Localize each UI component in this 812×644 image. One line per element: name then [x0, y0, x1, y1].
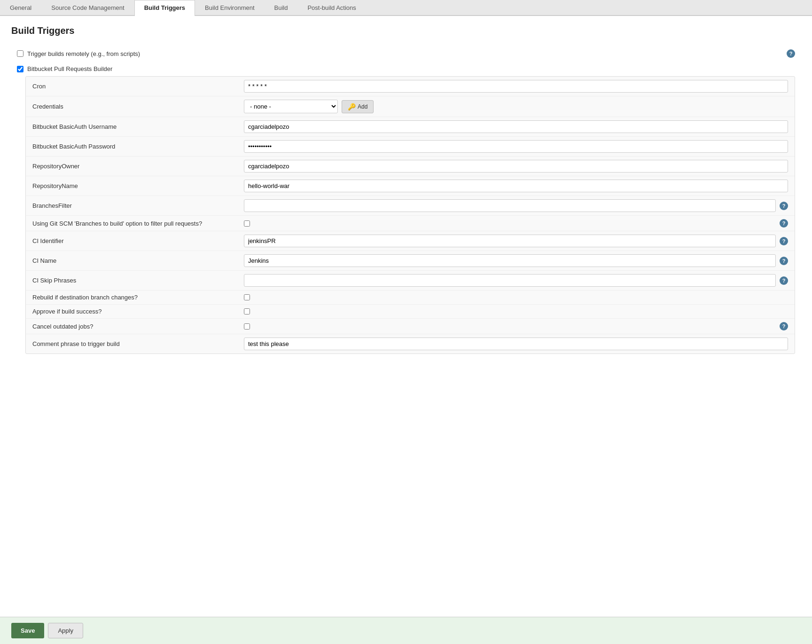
comment-phrase-input[interactable]: [244, 338, 788, 350]
bitbucket-pr-checkbox[interactable]: [17, 66, 23, 72]
username-label: Bitbucket BasicAuth Username: [32, 123, 239, 130]
branches-filter-row: BranchesFilter ?: [26, 196, 795, 216]
key-icon: 🔑: [348, 103, 356, 110]
comment-phrase-control: [244, 338, 788, 350]
ci-identifier-label: CI Identifier: [32, 237, 239, 244]
password-input[interactable]: [244, 140, 788, 153]
page-title: Build Triggers: [11, 25, 801, 36]
rebuild-dest-row: Rebuild if destination branch changes?: [26, 291, 795, 305]
tab-build-environment[interactable]: Build Environment: [195, 0, 265, 15]
bitbucket-pr-label: Bitbucket Pull Requests Builder: [27, 65, 112, 72]
credentials-add-button[interactable]: 🔑 Add: [342, 100, 374, 113]
trigger-remote-label: Trigger builds remotely (e.g., from scri…: [27, 50, 140, 57]
credentials-label: Credentials: [32, 103, 239, 110]
trigger-remote-row: Trigger builds remotely (e.g., from scri…: [11, 46, 801, 62]
ci-skip-label: CI Skip Phrases: [32, 277, 239, 284]
ci-identifier-row: CI Identifier ?: [26, 231, 795, 251]
approve-success-checkbox[interactable]: [244, 308, 250, 314]
comment-phrase-label: Comment phrase to trigger build: [32, 340, 239, 347]
tab-source-code[interactable]: Source Code Management: [41, 0, 134, 15]
cron-input[interactable]: [244, 80, 788, 93]
ci-name-input[interactable]: [244, 254, 776, 267]
branches-filter-control: ?: [244, 199, 788, 212]
tab-bar: General Source Code Management Build Tri…: [0, 0, 812, 16]
password-label: Bitbucket BasicAuth Password: [32, 143, 239, 150]
tab-build[interactable]: Build: [265, 0, 298, 15]
git-scm-row: Using Git SCM 'Branches to build' option…: [26, 216, 795, 231]
git-scm-control: ?: [244, 219, 788, 228]
git-scm-label: Using Git SCM 'Branches to build' option…: [32, 220, 239, 227]
git-scm-help-icon[interactable]: ?: [780, 219, 788, 228]
add-button-label: Add: [358, 103, 367, 110]
repo-name-label: RepositoryName: [32, 182, 239, 189]
approve-success-label: Approve if build success?: [32, 308, 239, 315]
ci-skip-control: ?: [244, 274, 788, 287]
ci-skip-input[interactable]: [244, 274, 776, 287]
ci-identifier-input[interactable]: [244, 235, 776, 247]
repo-owner-control: [244, 160, 788, 173]
comment-phrase-row: Comment phrase to trigger build: [26, 334, 795, 353]
cancel-outdated-help-icon[interactable]: ?: [780, 322, 788, 330]
trigger-remote-help-icon[interactable]: ?: [787, 49, 795, 58]
rebuild-dest-control: [244, 294, 788, 300]
git-scm-checkbox[interactable]: [244, 220, 250, 227]
branches-filter-input[interactable]: [244, 199, 776, 212]
cron-label: Cron: [32, 83, 239, 90]
username-input[interactable]: [244, 120, 788, 133]
branches-filter-help-icon[interactable]: ?: [780, 202, 788, 210]
save-button[interactable]: Save: [11, 623, 44, 638]
tab-general[interactable]: General: [0, 0, 41, 15]
repo-owner-label: RepositoryOwner: [32, 163, 239, 170]
trigger-remote-checkbox[interactable]: [17, 50, 23, 57]
branches-filter-label: BranchesFilter: [32, 202, 239, 209]
action-bar: Save Apply: [0, 617, 812, 641]
main-content: Build Triggers Trigger builds remotely (…: [0, 16, 812, 641]
approve-success-control: [244, 308, 788, 314]
repo-name-row: RepositoryName: [26, 176, 795, 196]
cancel-outdated-checkbox[interactable]: [244, 323, 250, 330]
credentials-row: Credentials - none - 🔑 Add: [26, 96, 795, 117]
repo-owner-input[interactable]: [244, 160, 788, 173]
password-control: [244, 140, 788, 153]
repo-name-control: [244, 180, 788, 192]
rebuild-dest-checkbox[interactable]: [244, 294, 250, 300]
cancel-outdated-row: Cancel outdated jobs? ?: [26, 319, 795, 334]
rebuild-dest-label: Rebuild if destination branch changes?: [32, 294, 239, 301]
ci-skip-row: CI Skip Phrases ?: [26, 271, 795, 291]
username-control: [244, 120, 788, 133]
cron-control: [244, 80, 788, 93]
tab-post-build[interactable]: Post-build Actions: [297, 0, 366, 15]
username-row: Bitbucket BasicAuth Username: [26, 117, 795, 137]
bitbucket-pr-row: Bitbucket Pull Requests Builder: [11, 62, 801, 76]
password-row: Bitbucket BasicAuth Password: [26, 137, 795, 157]
bitbucket-subsection: Cron Credentials - none - 🔑 Add Bitbucke…: [25, 76, 795, 354]
tab-build-triggers[interactable]: Build Triggers: [134, 0, 195, 16]
approve-success-row: Approve if build success?: [26, 305, 795, 319]
ci-name-control: ?: [244, 254, 788, 267]
ci-identifier-help-icon[interactable]: ?: [780, 237, 788, 245]
ci-name-label: CI Name: [32, 257, 239, 264]
ci-identifier-control: ?: [244, 235, 788, 247]
cancel-outdated-label: Cancel outdated jobs?: [32, 323, 239, 330]
repo-owner-row: RepositoryOwner: [26, 157, 795, 176]
apply-button[interactable]: Apply: [48, 623, 83, 638]
ci-skip-help-icon[interactable]: ?: [780, 276, 788, 285]
ci-name-row: CI Name ?: [26, 251, 795, 271]
cancel-outdated-control: ?: [244, 322, 788, 330]
credentials-select[interactable]: - none -: [244, 100, 338, 113]
ci-name-help-icon[interactable]: ?: [780, 257, 788, 265]
cron-row: Cron: [26, 77, 795, 96]
repo-name-input[interactable]: [244, 180, 788, 192]
credentials-control: - none - 🔑 Add: [244, 100, 788, 113]
